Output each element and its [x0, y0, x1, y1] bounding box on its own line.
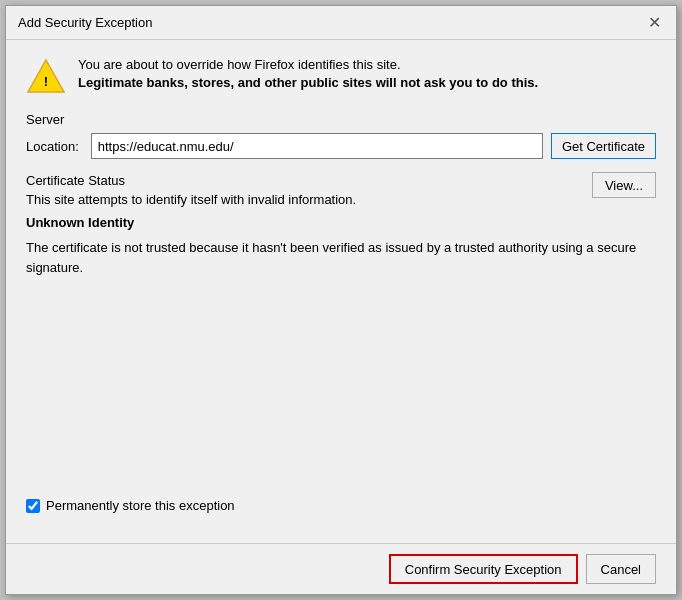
warning-line1: You are about to override how Firefox id…	[78, 57, 401, 72]
title-bar: Add Security Exception ✕	[6, 6, 676, 40]
dialog-body: ! You are about to override how Firefox …	[6, 40, 676, 543]
cert-status-section: Certificate Status This site attempts to…	[26, 173, 656, 277]
add-security-exception-dialog: Add Security Exception ✕ ! You are about…	[5, 5, 677, 595]
close-button[interactable]: ✕	[644, 13, 664, 33]
cert-description: The certificate is not trusted because i…	[26, 238, 656, 277]
server-section: Server Location: Get Certificate	[26, 112, 656, 159]
cert-status-header: Certificate Status	[26, 173, 656, 188]
dialog-footer: Confirm Security Exception Cancel	[6, 543, 676, 594]
confirm-security-exception-button[interactable]: Confirm Security Exception	[389, 554, 578, 584]
permanently-store-checkbox[interactable]	[26, 499, 40, 513]
location-label: Location:	[26, 139, 79, 154]
view-button[interactable]: View...	[592, 172, 656, 198]
checkbox-section: Permanently store this exception	[26, 498, 656, 513]
warning-icon: !	[26, 56, 66, 96]
get-certificate-button[interactable]: Get Certificate	[551, 133, 656, 159]
cancel-button[interactable]: Cancel	[586, 554, 656, 584]
cert-status-text: This site attempts to identify itself wi…	[26, 192, 592, 207]
warning-line2: Legitimate banks, stores, and other publ…	[78, 75, 538, 90]
status-left: This site attempts to identify itself wi…	[26, 192, 592, 215]
spacer	[26, 291, 656, 498]
status-row: This site attempts to identify itself wi…	[26, 192, 656, 215]
server-section-label: Server	[26, 112, 656, 127]
warning-section: ! You are about to override how Firefox …	[26, 56, 656, 96]
location-row: Location: Get Certificate	[26, 133, 656, 159]
dialog-title: Add Security Exception	[18, 15, 152, 30]
svg-text:!: !	[44, 74, 48, 89]
warning-text: You are about to override how Firefox id…	[78, 56, 656, 92]
unknown-identity-title: Unknown Identity	[26, 215, 656, 230]
permanently-store-label: Permanently store this exception	[46, 498, 235, 513]
location-input[interactable]	[91, 133, 543, 159]
